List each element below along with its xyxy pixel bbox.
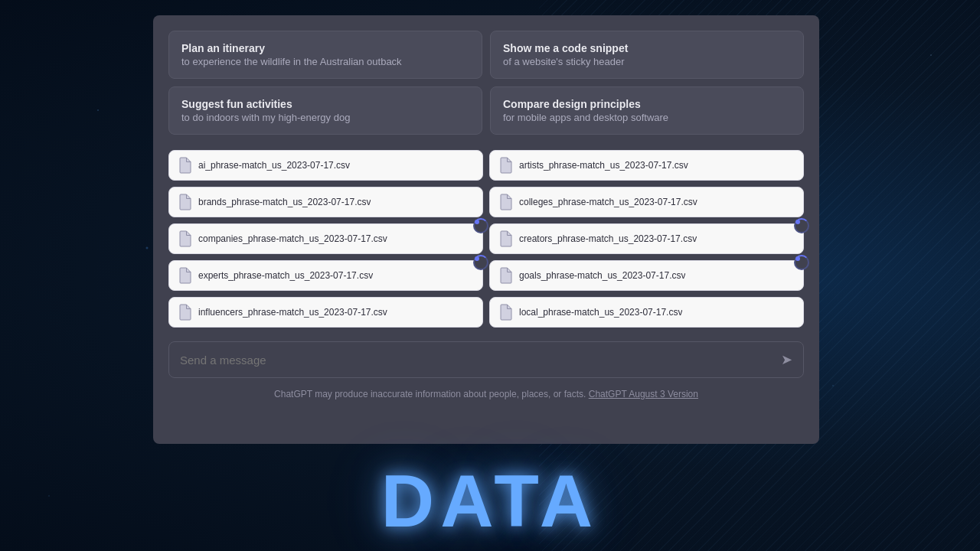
file-icon-0 — [178, 157, 192, 174]
file-icon-9 — [499, 304, 513, 321]
send-button[interactable]: ➤ — [781, 351, 792, 368]
file-item-1[interactable]: artists_phrase-match_us_2023-07-17.csv — [489, 150, 804, 181]
spinner-5 — [794, 218, 809, 233]
chat-container: Plan an itinerary to experience the wild… — [153, 15, 819, 444]
suggestion-card-3[interactable]: Compare design principles for mobile app… — [490, 86, 804, 135]
footer-link[interactable]: ChatGPT August 3 Version — [589, 389, 698, 399]
file-item-6[interactable]: experts_phrase-match_us_2023-07-17.csv — [168, 260, 483, 291]
file-item-7[interactable]: goals_phrase-match_us_2023-07-17.csv — [489, 260, 804, 291]
file-icon-4 — [178, 230, 192, 247]
message-input-area: ➤ — [168, 341, 804, 378]
suggestion-sub-3: for mobile apps and desktop software — [503, 112, 791, 123]
file-name-2: brands_phrase-match_us_2023-07-17.csv — [198, 197, 371, 207]
file-name-9: local_phrase-match_us_2023-07-17.csv — [519, 307, 682, 318]
suggestions-grid: Plan an itinerary to experience the wild… — [153, 15, 819, 142]
file-item-5[interactable]: creators_phrase-match_us_2023-07-17.csv — [489, 223, 804, 254]
suggestion-card-0[interactable]: Plan an itinerary to experience the wild… — [168, 31, 482, 79]
suggestion-title-3: Compare design principles — [503, 98, 791, 110]
file-name-3: colleges_phrase-match_us_2023-07-17.csv — [519, 197, 697, 207]
file-item-2[interactable]: brands_phrase-match_us_2023-07-17.csv — [168, 187, 483, 217]
footer-text: ChatGPT may produce inaccurate informati… — [274, 389, 586, 399]
data-overlay-text: DATA — [0, 459, 980, 543]
file-item-8[interactable]: influencers_phrase-match_us_2023-07-17.c… — [168, 297, 483, 328]
spinner-6 — [473, 255, 488, 270]
suggestion-card-1[interactable]: Show me a code snippet of a website's st… — [490, 31, 804, 79]
file-item-0[interactable]: ai_phrase-match_us_2023-07-17.csv — [168, 150, 483, 181]
suggestion-sub-1: of a website's sticky header — [503, 56, 791, 67]
file-name-4: companies_phrase-match_us_2023-07-17.csv — [198, 233, 387, 244]
spinner-7 — [794, 255, 809, 270]
suggestion-title-1: Show me a code snippet — [503, 42, 791, 54]
spinner-4 — [473, 218, 488, 233]
suggestion-sub-2: to do indoors with my high-energy dog — [181, 112, 469, 123]
suggestion-title-0: Plan an itinerary — [181, 42, 469, 54]
file-icon-7 — [499, 267, 513, 284]
file-icon-3 — [499, 194, 513, 210]
file-icon-1 — [499, 157, 513, 174]
file-name-5: creators_phrase-match_us_2023-07-17.csv — [519, 233, 697, 244]
files-grid: ai_phrase-match_us_2023-07-17.csv artist… — [153, 142, 819, 335]
file-icon-5 — [499, 230, 513, 247]
file-item-4[interactable]: companies_phrase-match_us_2023-07-17.csv — [168, 223, 483, 254]
file-icon-2 — [178, 194, 192, 210]
footer: ChatGPT may produce inaccurate informati… — [153, 386, 819, 409]
file-name-0: ai_phrase-match_us_2023-07-17.csv — [198, 160, 350, 171]
suggestion-sub-0: to experience the wildlife in the Austra… — [181, 56, 469, 67]
file-item-3[interactable]: colleges_phrase-match_us_2023-07-17.csv — [489, 187, 804, 217]
file-icon-6 — [178, 267, 192, 284]
file-name-8: influencers_phrase-match_us_2023-07-17.c… — [198, 307, 387, 318]
suggestion-title-2: Suggest fun activities — [181, 98, 469, 110]
file-icon-8 — [178, 304, 192, 321]
file-name-6: experts_phrase-match_us_2023-07-17.csv — [198, 270, 373, 281]
message-input[interactable] — [180, 354, 781, 367]
file-name-7: goals_phrase-match_us_2023-07-17.csv — [519, 270, 685, 281]
file-item-9[interactable]: local_phrase-match_us_2023-07-17.csv — [489, 297, 804, 328]
suggestion-card-2[interactable]: Suggest fun activities to do indoors wit… — [168, 86, 482, 135]
file-name-1: artists_phrase-match_us_2023-07-17.csv — [519, 160, 688, 171]
